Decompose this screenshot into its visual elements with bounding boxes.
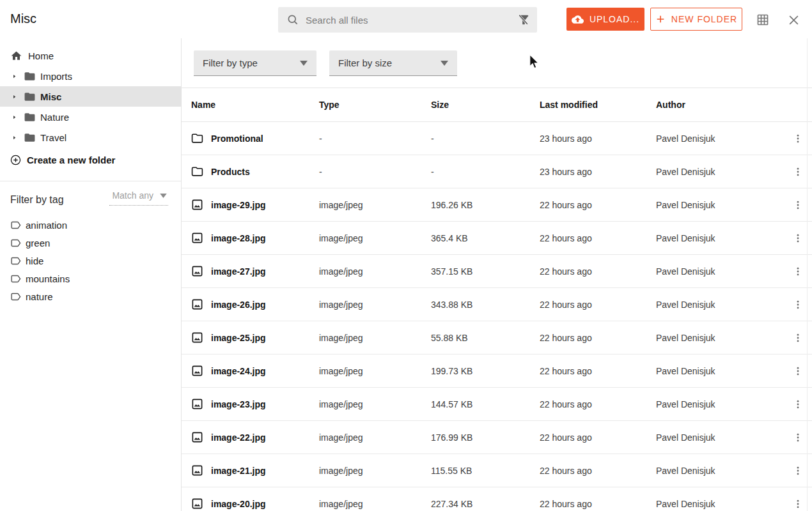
filter-off-icon[interactable]	[517, 13, 531, 27]
row-menu-kebab-icon[interactable]	[784, 266, 812, 277]
create-new-folder-button[interactable]: Create a new folder	[0, 149, 181, 170]
file-table: Name Type Size Last modified Author	[182, 88, 812, 511]
file-name-cell[interactable]: image-20.jpg	[191, 498, 319, 510]
file-name-cell[interactable]: Promotional	[191, 132, 319, 144]
sidebar-folder-label: Imports	[40, 71, 72, 82]
sidebar-folder-item[interactable]: Imports	[0, 66, 181, 86]
top-bar: Misc Search all files UPLOAD... NEW FOLD…	[0, 0, 812, 38]
plus-circle-icon	[10, 155, 21, 165]
row-menu-kebab-icon[interactable]	[784, 432, 812, 443]
table-row[interactable]: image-25.jpg image/jpeg 55.88 KB 22 hour…	[182, 321, 812, 355]
table-row[interactable]: image-23.jpg image/jpeg 144.57 KB 22 hou…	[182, 388, 812, 421]
tag-item[interactable]: hide	[0, 252, 181, 270]
upload-button[interactable]: UPLOAD...	[566, 8, 644, 31]
new-folder-button[interactable]: NEW FOLDER	[650, 8, 742, 31]
tag-item[interactable]: green	[0, 234, 181, 252]
table-row[interactable]: image-22.jpg image/jpeg 176.99 KB 22 hou…	[182, 421, 812, 454]
table-row[interactable]: Promotional - - 23 hours ago Pavel Denis…	[182, 122, 812, 155]
file-name-cell[interactable]: image-25.jpg	[191, 332, 319, 344]
tag-item[interactable]: animation	[0, 216, 181, 234]
row-menu-kebab-icon[interactable]	[784, 465, 812, 477]
chevron-right-icon[interactable]	[12, 114, 18, 120]
row-menu-kebab-icon[interactable]	[784, 399, 812, 410]
sidebar-folder-item[interactable]: Misc	[0, 86, 181, 107]
file-name-cell[interactable]: image-29.jpg	[191, 199, 319, 211]
filter-by-type-select[interactable]: Filter by type	[194, 50, 316, 76]
file-type: image/jpeg	[319, 233, 431, 243]
grid-view-icon[interactable]	[756, 13, 770, 27]
tag-label: green	[26, 238, 50, 248]
table-row[interactable]: image-28.jpg image/jpeg 365.4 KB 22 hour…	[182, 222, 812, 255]
file-name-cell[interactable]: image-22.jpg	[191, 431, 319, 443]
file-type: image/jpeg	[319, 266, 431, 277]
tag-icon	[10, 273, 21, 284]
filter-by-type-label: Filter by type	[203, 57, 258, 68]
search-placeholder: Search all files	[306, 15, 517, 26]
filters-row: Filter by type Filter by size	[182, 38, 812, 76]
new-folder-button-label: NEW FOLDER	[671, 14, 737, 24]
sidebar-folder-label: Travel	[40, 132, 66, 143]
table-row[interactable]: image-27.jpg image/jpeg 357.15 KB 22 hou…	[182, 255, 812, 288]
folder-icon	[191, 165, 203, 178]
file-author: Pavel Denisjuk	[656, 133, 784, 144]
folder-icon	[191, 132, 203, 144]
file-size: 55.88 KB	[431, 333, 540, 343]
chevron-right-icon[interactable]	[12, 73, 18, 79]
row-menu-kebab-icon[interactable]	[784, 299, 812, 310]
sidebar-item-home[interactable]: Home	[0, 45, 181, 66]
table-row[interactable]: image-21.jpg image/jpeg 115.55 KB 22 hou…	[182, 454, 812, 487]
file-name-cell[interactable]: image-23.jpg	[191, 398, 319, 410]
file-name-cell[interactable]: image-21.jpg	[191, 464, 319, 477]
file-type: image/jpeg	[319, 300, 431, 310]
folder-icon	[24, 111, 36, 123]
folder-icon	[24, 70, 36, 82]
table-row[interactable]: image-26.jpg image/jpeg 343.88 KB 22 hou…	[182, 288, 812, 321]
table-row[interactable]: image-29.jpg image/jpeg 196.26 KB 22 hou…	[182, 188, 812, 222]
image-icon	[191, 199, 203, 211]
caret-down-icon	[160, 194, 167, 198]
row-menu-kebab-icon[interactable]	[784, 498, 812, 510]
file-name-cell[interactable]: image-27.jpg	[191, 265, 319, 277]
chevron-right-icon[interactable]	[12, 94, 18, 100]
file-name-cell[interactable]: image-24.jpg	[191, 365, 319, 377]
file-size: 357.15 KB	[431, 266, 540, 277]
tag-match-mode-select[interactable]: Match any	[109, 190, 168, 206]
file-type: -	[319, 133, 431, 144]
file-type: image/jpeg	[319, 399, 431, 409]
file-modified: 22 hours ago	[540, 200, 656, 210]
file-name-cell[interactable]: image-28.jpg	[191, 232, 319, 244]
sidebar-folder-item[interactable]: Nature	[0, 107, 181, 127]
tag-list: animation green hide	[0, 216, 181, 305]
row-menu-kebab-icon[interactable]	[784, 199, 812, 211]
tag-item[interactable]: mountains	[0, 270, 181, 287]
row-menu-kebab-icon[interactable]	[784, 233, 812, 244]
file-size: 115.55 KB	[431, 466, 540, 476]
file-name: image-27.jpg	[211, 266, 266, 277]
file-size: -	[431, 167, 540, 177]
chevron-right-icon[interactable]	[12, 135, 18, 141]
file-name: image-26.jpg	[211, 300, 266, 310]
file-name: image-20.jpg	[211, 499, 266, 509]
file-name-cell[interactable]: image-26.jpg	[191, 298, 319, 310]
column-header-name: Name	[191, 100, 319, 110]
tag-label: animation	[26, 220, 67, 231]
sidebar-folder-item[interactable]: Travel	[0, 127, 181, 148]
table-row[interactable]: Products - - 23 hours ago Pavel Denisjuk	[182, 155, 812, 188]
row-menu-kebab-icon[interactable]	[784, 133, 812, 144]
filter-by-size-select[interactable]: Filter by size	[329, 50, 457, 76]
table-row[interactable]: image-20.jpg image/jpeg 227.34 KB 22 hou…	[182, 487, 812, 511]
search-input[interactable]: Search all files	[278, 7, 537, 33]
close-icon[interactable]	[786, 13, 800, 27]
table-row[interactable]: image-24.jpg image/jpeg 199.73 KB 22 hou…	[182, 355, 812, 388]
file-size: 196.26 KB	[431, 200, 540, 210]
file-name-cell[interactable]: Products	[191, 165, 319, 178]
caret-down-icon	[441, 61, 448, 66]
tag-item[interactable]: nature	[0, 287, 181, 305]
tag-icon	[10, 238, 21, 248]
row-menu-kebab-icon[interactable]	[784, 365, 812, 377]
file-author: Pavel Denisjuk	[656, 399, 784, 409]
file-name: image-28.jpg	[211, 233, 266, 243]
row-menu-kebab-icon[interactable]	[784, 166, 812, 178]
file-modified: 23 hours ago	[540, 133, 656, 144]
row-menu-kebab-icon[interactable]	[784, 332, 812, 344]
